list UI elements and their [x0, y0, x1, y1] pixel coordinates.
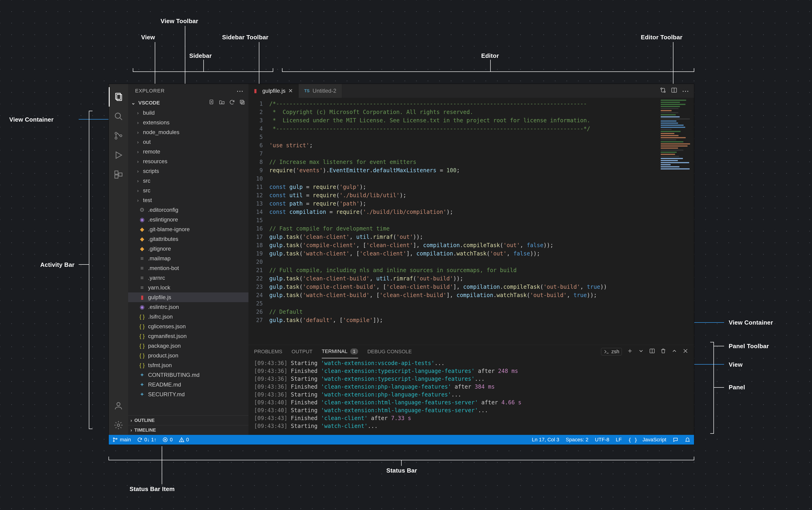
- file-icon: ◆: [139, 236, 145, 242]
- split-editor-icon[interactable]: [671, 87, 677, 95]
- tree-file[interactable]: { }.lsifrc.json: [128, 312, 249, 322]
- tree-file[interactable]: ◉.eslintrc.json: [128, 302, 249, 312]
- panel-tab-problems[interactable]: PROBLEMS: [254, 345, 282, 358]
- status-errors[interactable]: 0: [163, 437, 173, 443]
- tree-file[interactable]: ▮gulpfile.js: [128, 293, 249, 302]
- activity-explorer-icon[interactable]: [109, 87, 128, 107]
- chevron-right-icon: ›: [130, 427, 132, 433]
- panel-tab-output[interactable]: OUTPUT: [291, 345, 312, 358]
- file-tree[interactable]: ›build›extensions›node_modules›out›remot…: [128, 108, 249, 415]
- sidebar-header: EXPLORER ⋯: [128, 84, 249, 98]
- tree-file[interactable]: ◆.gitignore: [128, 244, 249, 253]
- close-panel-icon[interactable]: [683, 348, 689, 355]
- tree-label: tsfmt.json: [148, 362, 172, 368]
- tree-folder[interactable]: ›remote: [128, 147, 249, 156]
- panel-tab-debug-console[interactable]: DEBUG CONSOLE: [367, 345, 412, 358]
- close-icon[interactable]: ✕: [288, 88, 293, 94]
- activity-scm-icon[interactable]: [109, 126, 128, 145]
- tree-file[interactable]: { }cglicenses.json: [128, 322, 249, 331]
- terminal-profile-select[interactable]: zsh: [601, 348, 622, 355]
- tree-file[interactable]: { }product.json: [128, 351, 249, 360]
- status-sync[interactable]: 0↓ 1↑: [137, 437, 156, 443]
- activity-search-icon[interactable]: [109, 107, 128, 126]
- file-icon: ◆: [139, 245, 145, 252]
- tree-folder[interactable]: ›src: [128, 176, 249, 186]
- timeline-section[interactable]: › TIMELINE: [128, 425, 249, 435]
- kill-terminal-icon[interactable]: [660, 348, 666, 355]
- activity-settings-icon[interactable]: [109, 415, 128, 435]
- tree-file[interactable]: ≡.mention-bot: [128, 263, 249, 273]
- status-branch[interactable]: main: [112, 437, 131, 443]
- activity-debug-icon[interactable]: [109, 145, 128, 165]
- svg-point-36: [664, 91, 665, 92]
- tree-file[interactable]: ≡.mailmap: [128, 253, 249, 263]
- tree-file[interactable]: ⚙.editorconfig: [128, 205, 249, 215]
- outline-section[interactable]: › OUTLINE: [128, 415, 249, 425]
- tree-label: .mailmap: [148, 255, 171, 262]
- tree-file[interactable]: ✦README.md: [128, 380, 249, 390]
- editor-tab[interactable]: TSUntitled-2: [299, 84, 342, 98]
- code-editor[interactable]: 1234567891011121314151617181920212223242…: [249, 98, 659, 345]
- refresh-icon[interactable]: [229, 99, 235, 107]
- chevron-right-icon: ›: [136, 120, 140, 125]
- panel-tab-terminal[interactable]: TERMINAL 1: [322, 345, 358, 358]
- split-terminal-icon[interactable]: [649, 348, 655, 355]
- tree-file[interactable]: ◆.git-blame-ignore: [128, 224, 249, 234]
- tree-folder[interactable]: ›extensions: [128, 118, 249, 127]
- tree-label: package.json: [148, 342, 181, 349]
- status-notifications-icon[interactable]: [685, 437, 690, 443]
- explorer-section-header[interactable]: ⌄ VSCODE: [128, 98, 249, 108]
- tree-folder[interactable]: ›src: [128, 186, 249, 196]
- tree-file[interactable]: { }tsfmt.json: [128, 360, 249, 370]
- compare-changes-icon[interactable]: [660, 87, 666, 95]
- svg-point-18: [115, 132, 117, 134]
- tree-folder[interactable]: ›test: [128, 196, 249, 205]
- tree-folder[interactable]: ›scripts: [128, 166, 249, 176]
- status-feedback-icon[interactable]: [673, 437, 678, 443]
- status-language[interactable]: { } JavaScript: [628, 437, 666, 443]
- tree-file[interactable]: ≡.yarnrc: [128, 273, 249, 283]
- tree-file[interactable]: ✦CONTRIBUTING.md: [128, 370, 249, 380]
- sync-icon: [137, 437, 143, 443]
- label-panel-toolbar: Panel Toolbar: [729, 342, 769, 350]
- status-indent[interactable]: Spaces: 2: [566, 437, 588, 443]
- status-eol[interactable]: LF: [616, 437, 622, 443]
- tree-folder[interactable]: ›node_modules: [128, 127, 249, 137]
- minimap[interactable]: [659, 98, 694, 345]
- tree-folder[interactable]: ›out: [128, 137, 249, 147]
- new-folder-icon[interactable]: [219, 99, 225, 107]
- tree-file[interactable]: ◉.eslintignore: [128, 215, 249, 224]
- status-encoding[interactable]: UTF-8: [595, 437, 609, 443]
- tree-file[interactable]: { }cgmanifest.json: [128, 331, 249, 341]
- chevron-right-icon: ›: [136, 198, 140, 203]
- file-icon: { }: [139, 362, 145, 368]
- tree-label: scripts: [143, 168, 159, 174]
- label-view-container-right: View Container: [729, 319, 773, 326]
- file-icon: ≡: [139, 255, 145, 262]
- terminal-output[interactable]: [09:43:36] Starting 'watch-extension:vsc…: [249, 358, 694, 435]
- sidebar-more-icon[interactable]: ⋯: [236, 87, 244, 95]
- tree-file[interactable]: ◆.gitattributes: [128, 234, 249, 244]
- collapse-all-icon[interactable]: [239, 99, 245, 107]
- editor-tabbar: ▮gulpfile.js✕TSUntitled-2 ⋯: [249, 84, 694, 98]
- label-view-toolbar: View Toolbar: [161, 18, 198, 25]
- tree-label: .yarnrc: [148, 275, 165, 281]
- activity-extensions-icon[interactable]: [109, 165, 128, 184]
- tree-label: .gitignore: [148, 245, 171, 252]
- status-warnings[interactable]: 0: [179, 437, 189, 443]
- editor-tab[interactable]: ▮gulpfile.js✕: [249, 84, 299, 98]
- activity-account-icon[interactable]: [109, 396, 128, 415]
- tree-file[interactable]: ≡yarn.lock: [128, 283, 249, 293]
- tree-folder[interactable]: ›build: [128, 108, 249, 118]
- terminal-dropdown-icon[interactable]: [638, 348, 644, 355]
- status-cursor-pos[interactable]: Ln 17, Col 3: [532, 437, 559, 443]
- tree-file[interactable]: ✦SECURITY.md: [128, 390, 249, 399]
- tree-folder[interactable]: ›resources: [128, 156, 249, 166]
- tree-label: resources: [143, 158, 167, 164]
- editor-more-icon[interactable]: ⋯: [682, 87, 689, 95]
- svg-point-25: [117, 402, 120, 406]
- new-terminal-icon[interactable]: [627, 348, 633, 355]
- new-file-icon[interactable]: [209, 99, 215, 107]
- maximize-panel-icon[interactable]: [671, 348, 677, 355]
- tree-file[interactable]: { }package.json: [128, 341, 249, 351]
